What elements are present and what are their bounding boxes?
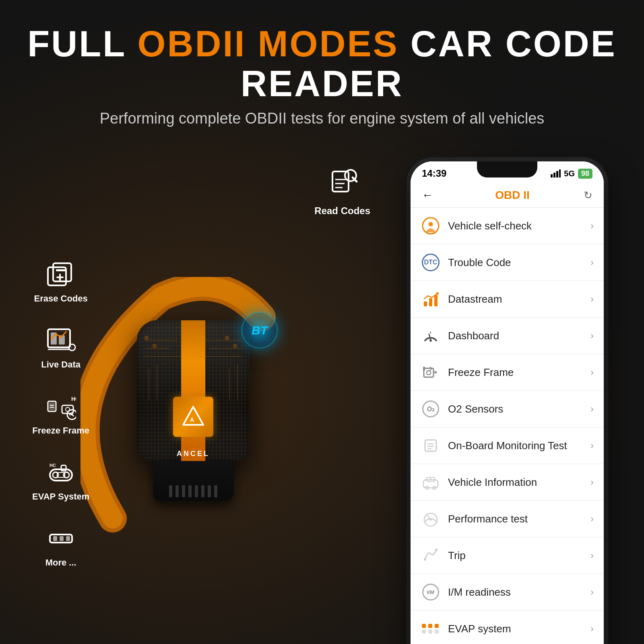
back-button[interactable]: ←: [422, 189, 433, 202]
right-side: 14:39 5G 98: [402, 161, 612, 644]
main-area: Read Codes: [0, 139, 644, 644]
svg-rect-71: [424, 368, 433, 377]
onboard-monitoring-arrow: ›: [590, 440, 594, 451]
svg-rect-50: [153, 345, 156, 348]
feature-more: More ...: [32, 522, 89, 568]
im-readiness-icon: I/M: [421, 582, 441, 602]
bt-label: BT: [252, 324, 268, 337]
evap-system-label: EVAP System: [32, 491, 89, 502]
menu-item-im-readiness[interactable]: I/M I/M readiness ›: [411, 574, 604, 611]
svg-rect-62: [424, 301, 427, 306]
menu-item-onboard-monitoring[interactable]: On-Board Monitoring Test ›: [411, 427, 604, 464]
brand-label: ANCEL: [177, 450, 210, 458]
freeze-frame-arrow: ›: [590, 367, 594, 378]
read-codes-label: Read Codes: [314, 205, 370, 217]
dashboard-icon: [421, 326, 441, 346]
svg-rect-57: [556, 171, 558, 178]
left-side: Read Codes: [32, 151, 402, 644]
svg-point-86: [430, 519, 432, 521]
device-connector: [153, 461, 233, 502]
datastream-icon: [421, 289, 441, 309]
feature-freeze-frame: HC Freeze Frame: [32, 390, 89, 436]
page-title: FULL OBDII MODES CAR CODE READER: [16, 24, 628, 104]
menu-item-dashboard[interactable]: Dashboard ›: [411, 318, 604, 354]
menu-item-o2-sensors[interactable]: O₂ O2 Sensors ›: [411, 391, 604, 427]
o2-sensors-text: O2 Sensors: [448, 403, 590, 415]
menu-item-trip[interactable]: Trip ›: [411, 537, 604, 574]
trouble-code-icon: DTC: [421, 252, 441, 272]
performance-test-text: Performance test: [448, 513, 590, 525]
svg-rect-0: [332, 171, 349, 192]
svg-rect-49: [145, 336, 148, 340]
svg-rect-7: [53, 263, 71, 281]
feature-icons-list: Erase Codes ↑: [32, 258, 89, 568]
device-chip: A: [173, 397, 213, 437]
connector-pins: [169, 485, 217, 497]
menu-item-evap-system[interactable]: EVAP system ›: [411, 611, 604, 644]
nav-title: OBD II: [441, 189, 584, 202]
svg-text:A: A: [190, 417, 194, 423]
vehicle-information-icon: [421, 472, 441, 492]
vehicle-information-text: Vehicle Information: [448, 476, 590, 489]
svg-point-87: [424, 558, 426, 561]
onboard-monitoring-icon: [421, 436, 441, 456]
vehicle-information-arrow: ›: [590, 477, 594, 488]
bluetooth-bubble: BT: [242, 312, 278, 349]
svg-rect-18: [49, 402, 55, 410]
freeze-frame-icon: HC: [45, 390, 77, 422]
menu-list: Vehicle self-check › DTC Trouble Code ›: [411, 208, 604, 644]
svg-rect-52: [233, 345, 237, 348]
menu-item-performance-test[interactable]: Performance test ›: [411, 501, 604, 537]
read-codes-icon: [326, 167, 359, 201]
evap-system-icon: HC: [45, 456, 77, 488]
trip-icon: [421, 545, 441, 566]
erase-codes-icon: [45, 258, 77, 290]
svg-rect-73: [423, 367, 425, 371]
svg-point-74: [434, 371, 437, 374]
menu-item-trouble-code[interactable]: DTC Trouble Code ›: [411, 244, 604, 281]
vehicle-self-check-text: Vehicle self-check: [448, 220, 590, 232]
phone-screen: 14:39 5G 98: [411, 161, 604, 644]
nav-bar: ← OBD II ↻: [411, 183, 604, 208]
datastream-text: Datastream: [448, 293, 590, 305]
svg-rect-38: [66, 536, 70, 541]
signal-label: 5G: [564, 169, 575, 178]
freeze-frame-text: Freeze Frame: [448, 366, 590, 379]
svg-text:↑: ↑: [71, 346, 73, 350]
obd-device: BT: [129, 320, 258, 514]
dashboard-arrow: ›: [590, 330, 594, 341]
menu-item-vehicle-self-check[interactable]: Vehicle self-check ›: [411, 208, 604, 244]
im-readiness-text: I/M readiness: [448, 586, 590, 599]
menu-item-datastream[interactable]: Datastream ›: [411, 281, 604, 318]
svg-point-88: [435, 549, 438, 551]
svg-point-27: [71, 414, 73, 415]
trouble-code-text: Trouble Code: [448, 256, 590, 269]
feature-erase-codes: Erase Codes: [32, 258, 89, 304]
svg-rect-10: [56, 269, 66, 271]
title-orange: OBDII MODES: [138, 24, 399, 64]
refresh-button[interactable]: ↻: [584, 189, 592, 202]
dtc-badge: DTC: [422, 254, 440, 271]
trip-arrow: ›: [590, 550, 594, 561]
trip-text: Trip: [448, 549, 590, 562]
live-data-icon: ↑: [45, 324, 77, 356]
signal-icon: [551, 169, 561, 178]
svg-text:HC: HC: [50, 463, 56, 468]
menu-item-vehicle-information[interactable]: Vehicle Information ›: [411, 464, 604, 501]
title-part1: FULL: [27, 24, 137, 64]
battery-badge: 98: [578, 169, 592, 179]
svg-rect-58: [559, 169, 561, 178]
device-body: A ANCEL: [137, 320, 250, 461]
live-data-label: Live Data: [41, 359, 80, 370]
svg-rect-51: [225, 336, 229, 340]
more-icon: [45, 522, 77, 554]
phone-mockup: 14:39 5G 98: [411, 161, 604, 644]
menu-item-freeze-frame[interactable]: Freeze Frame ›: [411, 354, 604, 391]
svg-text:HC: HC: [71, 396, 76, 402]
evap-system-text: EVAP system: [448, 623, 590, 635]
feature-live-data: ↑ Live Data: [32, 324, 89, 370]
status-time: 14:39: [422, 168, 446, 179]
evap-system-menu-icon: [421, 619, 441, 639]
svg-rect-63: [429, 298, 432, 306]
svg-rect-36: [53, 536, 57, 541]
